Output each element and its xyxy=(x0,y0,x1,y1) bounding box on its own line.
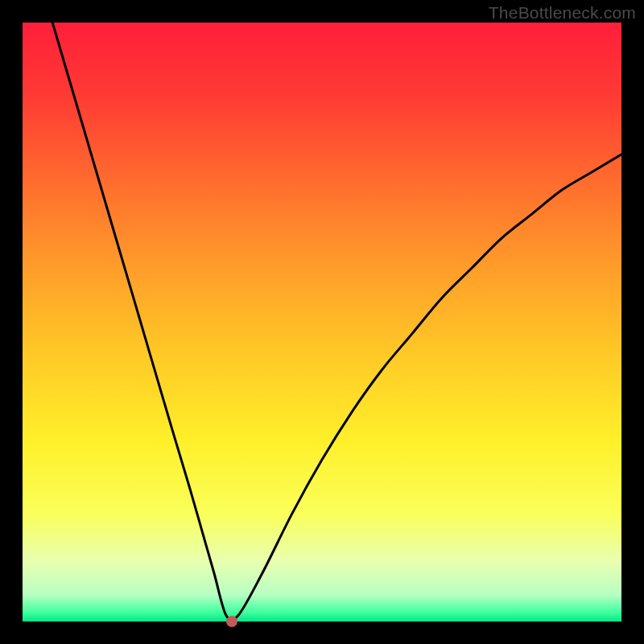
background-gradient xyxy=(23,23,621,621)
svg-rect-0 xyxy=(23,23,621,621)
chart-frame: TheBottleneck.com xyxy=(0,0,644,644)
optimal-marker xyxy=(226,616,237,627)
plot-area xyxy=(23,23,621,621)
watermark: TheBottleneck.com xyxy=(489,3,636,23)
